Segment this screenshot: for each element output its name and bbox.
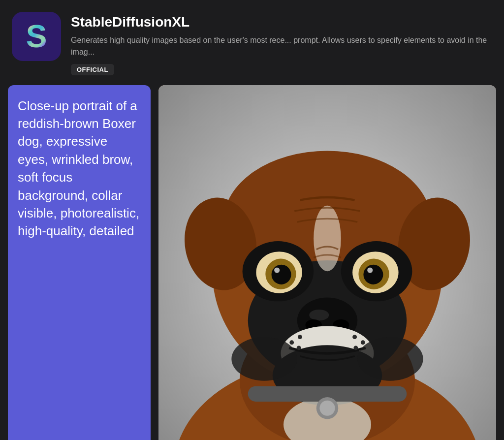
main-content: Close-up portrait of a reddish-brown Box… xyxy=(0,85,504,440)
dog-image xyxy=(158,85,496,440)
app-container: S StableDiffusionXL Generates high quali… xyxy=(0,0,504,440)
app-icon: S xyxy=(12,12,61,61)
dog-portrait-svg xyxy=(158,85,496,440)
svg-point-32 xyxy=(297,346,301,350)
svg-point-7 xyxy=(314,205,341,271)
svg-point-33 xyxy=(352,335,357,339)
svg-point-16 xyxy=(272,264,291,284)
svg-point-31 xyxy=(289,340,294,345)
svg-point-29 xyxy=(319,400,335,415)
prompt-text: Close-up portrait of a reddish-brown Box… xyxy=(18,97,141,240)
header: S StableDiffusionXL Generates high quali… xyxy=(0,0,504,85)
app-title: StableDiffusionXL xyxy=(71,14,492,31)
svg-point-35 xyxy=(353,346,358,350)
svg-point-19 xyxy=(367,267,373,273)
svg-point-34 xyxy=(361,340,365,345)
svg-point-17 xyxy=(363,264,383,284)
app-description: Generates high quality images based on t… xyxy=(71,34,492,58)
header-text: StableDiffusionXL Generates high quality… xyxy=(71,12,492,75)
image-panel xyxy=(158,85,496,440)
svg-point-18 xyxy=(274,267,280,273)
prompt-panel: Close-up portrait of a reddish-brown Box… xyxy=(8,85,151,440)
svg-point-21 xyxy=(309,310,329,320)
official-badge: OFFICIAL xyxy=(71,64,114,75)
svg-point-36 xyxy=(231,337,297,380)
svg-point-30 xyxy=(298,335,302,339)
svg-point-37 xyxy=(357,337,423,380)
app-icon-letter: S xyxy=(26,21,47,52)
